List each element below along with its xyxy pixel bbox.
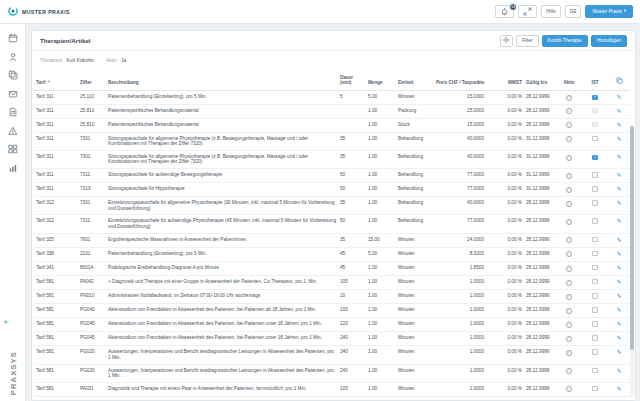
- edit-icon[interactable]: ✎: [616, 251, 621, 257]
- col-ziffer[interactable]: Ziffer: [78, 69, 106, 90]
- table-row[interactable]: Tarif 581 PG020 Auswertungen, Interpreta…: [34, 346, 630, 364]
- col-copy[interactable]: [608, 69, 630, 90]
- table-row[interactable]: Tarif 581 PG040 Aktenstudium von Fremdak…: [34, 304, 630, 318]
- ist-checkbox[interactable]: [592, 349, 598, 355]
- ist-checkbox[interactable]: [592, 186, 598, 192]
- cell-ziffer: PA042: [78, 275, 106, 289]
- col-menge[interactable]: Menge: [366, 69, 396, 90]
- fullscreen-button[interactable]: [518, 5, 537, 18]
- language-button[interactable]: DE: [565, 5, 582, 18]
- cell-menge: 1.00: [366, 382, 396, 396]
- table-row[interactable]: Tarif 325 7601 Ergotherapeutische Massna…: [34, 233, 630, 247]
- table-row[interactable]: Tarif 311 7313 Sitzungspauschale für Hip…: [34, 183, 630, 197]
- chart-icon[interactable]: [4, 159, 22, 178]
- ist-checkbox[interactable]: ✓: [592, 155, 598, 161]
- warning-icon[interactable]: [4, 122, 22, 141]
- cell-gueltig-bis: 28.12.9999: [524, 247, 556, 261]
- help-button[interactable]: Hilfe: [541, 5, 561, 18]
- table-row[interactable]: Tarif 311 25.810 Patientenspezifisches B…: [34, 104, 630, 118]
- edit-icon[interactable]: ✎: [616, 108, 621, 114]
- table-row[interactable]: Tarif 311 7301 Sitzungspauschale für all…: [34, 132, 630, 150]
- user-icon[interactable]: [4, 48, 22, 67]
- edit-icon[interactable]: ✎: [616, 94, 621, 100]
- table-row[interactable]: Tarif 341 8001A Podologische Erstbehandl…: [34, 261, 630, 275]
- ist-checkbox[interactable]: [592, 108, 598, 114]
- praxis-menu-button[interactable]: Muster Praxis ▾: [585, 5, 633, 18]
- table-row[interactable]: Tarif 311 25.110 Patientenbehandlung (Ei…: [34, 90, 630, 104]
- edit-icon[interactable]: ✎: [616, 293, 621, 299]
- ist-checkbox[interactable]: [592, 293, 598, 299]
- edit-icon[interactable]: ✎: [616, 335, 621, 341]
- ist-checkbox[interactable]: [592, 251, 598, 257]
- ist-checkbox[interactable]: ✓: [592, 95, 598, 101]
- edit-icon[interactable]: ✎: [616, 154, 621, 160]
- ist-checkbox[interactable]: [592, 136, 598, 142]
- ist-checkbox[interactable]: [592, 172, 598, 178]
- table-row[interactable]: Tarif 312 7301 Einzelsitzungspauschale f…: [34, 197, 630, 215]
- filter-button[interactable]: Filter: [516, 35, 539, 47]
- table-row[interactable]: Tarif 338 2101 Patientenbehandlung (Einz…: [34, 247, 630, 261]
- table-row[interactable]: Tarif 311 7301 Sitzungspauschale für all…: [34, 150, 630, 168]
- table-row[interactable]: Tarif 311 7311 Sitzungspauschale für auf…: [34, 169, 630, 183]
- copy-icon[interactable]: [4, 66, 22, 85]
- col-dauer[interactable]: Dauer (min): [338, 69, 366, 90]
- ist-checkbox[interactable]: [592, 307, 598, 313]
- aktiv-status-icon: ✓: [566, 251, 572, 257]
- edit-icon[interactable]: ✎: [616, 200, 621, 206]
- ist-checkbox[interactable]: [592, 386, 598, 392]
- edit-icon[interactable]: ✎: [616, 122, 621, 128]
- col-ist[interactable]: IST: [582, 69, 608, 90]
- grid-icon[interactable]: [4, 140, 22, 159]
- col-beschreibung[interactable]: Beschreibung: [106, 69, 338, 90]
- table-row[interactable]: Tarif 311 25.810 Patientenspezifisches B…: [34, 118, 630, 132]
- col-gueltig-bis[interactable]: Gültig bis: [524, 69, 556, 90]
- col-aktiv[interactable]: Aktiv: [556, 69, 582, 90]
- document-icon[interactable]: [4, 103, 22, 122]
- ist-checkbox[interactable]: [592, 218, 598, 224]
- table-row[interactable]: Tarif 581 PG020 Auswertungen, Interpreta…: [34, 364, 630, 382]
- table-row[interactable]: Tarif 581 PA042 + Diagnostik und Therapi…: [34, 275, 630, 289]
- col-tarif[interactable]: Tarif ▲: [34, 69, 78, 90]
- table-row[interactable]: Tarif 312 7311 Einzelsitzungspauschale f…: [34, 215, 630, 233]
- edit-icon[interactable]: ✎: [616, 218, 621, 224]
- edit-icon[interactable]: ✎: [616, 386, 621, 392]
- table-scrollbar[interactable]: [630, 125, 634, 398]
- ist-checkbox[interactable]: [592, 265, 598, 271]
- cell-beschreibung: Sitzungspauschale für allgemeine Physiot…: [106, 150, 338, 168]
- cell-tarif: Tarif 581: [34, 304, 78, 318]
- ist-checkbox[interactable]: [592, 237, 598, 243]
- table-row[interactable]: Tarif 581 PG045 Aktenstudium von Fremdak…: [34, 332, 630, 346]
- edit-icon[interactable]: ✎: [616, 265, 621, 271]
- edit-icon[interactable]: ✎: [616, 279, 621, 285]
- ist-checkbox[interactable]: [592, 279, 598, 285]
- ist-checkbox[interactable]: [592, 368, 598, 374]
- edit-icon[interactable]: ✎: [616, 172, 621, 178]
- col-preis[interactable]: Preis CHF / Taxpunkte: [434, 69, 486, 90]
- table-row[interactable]: Tarif 581 PA021 Diagnostik und Therapie …: [34, 382, 630, 396]
- scrollbar-thumb[interactable]: [630, 126, 634, 350]
- hinzufuegen-button[interactable]: Hinzufügen: [591, 35, 627, 47]
- ist-checkbox[interactable]: [592, 335, 598, 341]
- edit-icon[interactable]: ✎: [616, 349, 621, 355]
- edit-icon[interactable]: ✎: [616, 368, 621, 374]
- table-row[interactable]: Tarif 581 PG045 Aktenstudium von Fremdak…: [34, 318, 630, 332]
- notifications-button[interactable]: 14: [495, 5, 514, 18]
- edit-icon[interactable]: ✎: [616, 136, 621, 142]
- ist-checkbox[interactable]: [592, 122, 598, 128]
- ist-checkbox[interactable]: [592, 200, 598, 206]
- mail-icon[interactable]: [4, 85, 22, 104]
- cell-gueltig-bis: 31.12.9999: [524, 150, 556, 168]
- ist-checkbox[interactable]: [592, 321, 598, 327]
- edit-icon[interactable]: ✎: [616, 307, 621, 313]
- col-einheit[interactable]: Einheit: [396, 69, 434, 90]
- table-row[interactable]: Tarif 581 PN010 Administrativer Notfalla…: [34, 290, 630, 304]
- edit-icon[interactable]: ✎: [616, 321, 621, 327]
- settings-button[interactable]: [500, 35, 513, 47]
- calendar-icon[interactable]: [4, 29, 22, 48]
- cell-mwst: 0.00 %: [486, 364, 524, 382]
- edit-icon[interactable]: ✎: [616, 237, 621, 243]
- kombi-therapie-button[interactable]: Kombi-Therapie: [542, 35, 588, 47]
- table-row[interactable]: Tarif 581 PA020 Diagnostik und Therapie …: [34, 396, 630, 400]
- edit-icon[interactable]: ✎: [616, 186, 621, 192]
- col-mwst[interactable]: MWST: [486, 69, 524, 90]
